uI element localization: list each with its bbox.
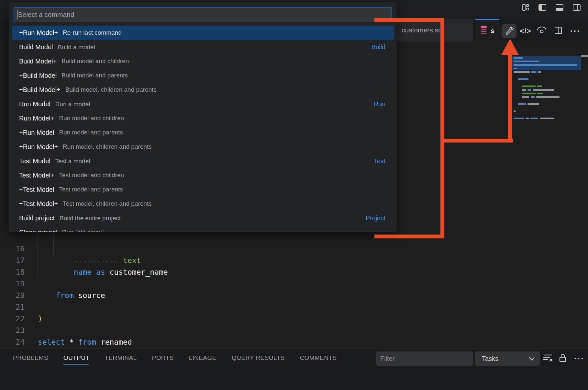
annotation-line-top <box>374 18 444 22</box>
output-filter-box <box>376 351 473 366</box>
split-editor-icon <box>554 26 562 36</box>
layout-controls <box>522 4 581 11</box>
command-item[interactable]: Run Model+Run model and children <box>12 111 394 125</box>
command-category: Build <box>372 43 385 51</box>
code-line: 24 <box>0 325 27 336</box>
tab-customers-sql[interactable]: customers.sql <box>397 19 473 41</box>
command-item[interactable]: +Test ModelTest model and parents <box>12 182 394 197</box>
command-item[interactable]: +Build ModelBuild model and parents <box>12 68 394 83</box>
tasks-dropdown-label: Tasks <box>482 355 498 362</box>
code-line: 16 ---------- text <box>0 231 27 243</box>
indent-guide <box>53 231 54 255</box>
command-item[interactable]: Build ModelBuild a modelBuild <box>12 40 394 54</box>
command-item[interactable]: +Run Model+Re-run last command <box>12 26 394 40</box>
command-item[interactable]: +Test Model+Test model, children and par… <box>12 197 394 211</box>
command-input[interactable] <box>17 10 392 19</box>
split-editor-button[interactable] <box>551 24 565 38</box>
command-palette: +Run Model+Re-run last command Build Mod… <box>9 3 396 232</box>
database-icon <box>480 25 488 36</box>
command-item[interactable]: Test ModelTest a modelTest <box>12 154 394 168</box>
toggle-secondary-sidebar-icon[interactable] <box>572 4 581 11</box>
ellipsis-icon: ··· <box>574 354 584 364</box>
command-item[interactable]: Clean projectRun `dbt clean` <box>12 225 394 232</box>
toggle-panel-icon[interactable] <box>555 4 564 11</box>
preview-button[interactable] <box>535 24 549 38</box>
customize-layout-icon[interactable] <box>522 4 529 11</box>
tab-label: customers.sql <box>402 26 444 34</box>
bottom-panel: PROBLEMS OUTPUT TERMINAL PORTS LINEAGE Q… <box>0 349 588 390</box>
command-category: Run <box>374 100 385 108</box>
code-line: 20 <box>0 278 27 290</box>
tab-ports[interactable]: PORTS <box>152 354 174 361</box>
annotation-line-right <box>440 18 444 238</box>
eye-icon <box>537 26 547 36</box>
editor-scrollbar-thumb[interactable] <box>581 55 588 57</box>
code-line: 22 <box>0 301 27 313</box>
minimap-lines <box>512 56 581 120</box>
code-line: 17 name as customer_name <box>0 243 27 255</box>
code-icon: </> <box>520 27 531 35</box>
command-item[interactable]: Run ModelRun a modelRun <box>12 97 394 111</box>
chevron-down-icon <box>529 355 535 362</box>
panel-tabs: PROBLEMS OUTPUT TERMINAL PORTS LINEAGE Q… <box>13 349 337 367</box>
dbt-wrench-button[interactable] <box>502 24 516 38</box>
toggle-primary-sidebar-icon[interactable] <box>538 4 547 11</box>
annotation-arrowhead <box>501 39 519 55</box>
command-item[interactable]: +Run ModelRun model and parents <box>12 125 394 140</box>
annotation-arrow-shaft <box>508 54 512 143</box>
command-input-box <box>14 7 392 22</box>
tab-output[interactable]: OUTPUT <box>63 354 90 365</box>
ellipsis-icon: ··· <box>570 26 581 36</box>
tab-side-model[interactable]: s <box>475 19 499 41</box>
code-line: 23 select * from renamed <box>0 313 27 325</box>
wrench-icon <box>505 26 514 36</box>
editor-more-actions-button[interactable]: ··· <box>568 24 582 38</box>
panel-more-actions-button[interactable]: ··· <box>572 353 586 364</box>
side-tab-label: s <box>491 27 494 35</box>
code-line: 18 <box>0 255 27 266</box>
code-line: 19 from source <box>0 266 27 278</box>
lock-scroll-button[interactable] <box>557 353 568 364</box>
command-item[interactable]: Test Model+Test model and children <box>12 168 394 182</box>
command-item[interactable]: Build projectBuild the entire projectPro… <box>12 211 394 225</box>
line-number: 24 <box>9 336 25 348</box>
command-item[interactable]: +Run Model+Run model, children and paren… <box>12 140 394 154</box>
command-category: Test <box>374 157 385 165</box>
lock-icon <box>559 353 567 364</box>
command-category: Project <box>366 214 385 222</box>
command-item[interactable]: Build Model+Build model and children <box>12 54 394 68</box>
annotation-branch-line <box>440 139 513 143</box>
vscode-window: customers.sql s </> ··· <box>0 0 588 390</box>
clear-output-icon <box>543 353 553 364</box>
tab-query-results[interactable]: QUERY RESULTS <box>232 354 285 361</box>
minimap[interactable] <box>512 56 581 120</box>
tab-problems[interactable]: PROBLEMS <box>13 354 48 361</box>
tab-terminal[interactable]: TERMINAL <box>105 354 137 361</box>
filter-input[interactable] <box>376 355 468 363</box>
clear-output-button[interactable] <box>542 353 554 364</box>
tasks-dropdown[interactable]: Tasks <box>475 351 540 366</box>
command-item[interactable]: +Build Model+Build model, children and p… <box>12 83 394 97</box>
code-line: 21 ) <box>0 290 27 301</box>
compiled-code-button[interactable]: </> <box>519 24 532 38</box>
tab-lineage[interactable]: LINEAGE <box>189 354 216 361</box>
tab-comments[interactable]: COMMENTS <box>300 354 337 361</box>
command-list: +Run Model+Re-run last command Build Mod… <box>9 26 396 232</box>
annotation-line-bottom <box>374 235 444 238</box>
